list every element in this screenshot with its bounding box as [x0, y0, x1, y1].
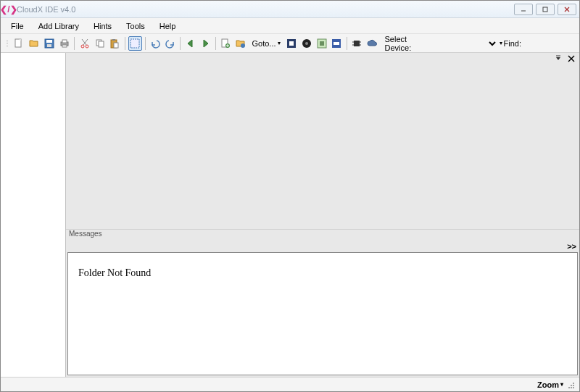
menubar: File Add Library Hints Tools Help: [1, 18, 579, 34]
svg-rect-20: [130, 39, 139, 48]
svg-point-29: [305, 42, 308, 45]
svg-rect-9: [62, 40, 67, 43]
toolbar-separator: [125, 37, 125, 50]
tab-close-icon[interactable]: [566, 54, 576, 64]
paste-button[interactable]: [108, 36, 122, 51]
device-blue1-button[interactable]: [285, 36, 299, 51]
toolbar-separator: [347, 37, 347, 50]
svg-point-13: [81, 45, 84, 48]
svg-rect-18: [112, 39, 115, 41]
editor-area[interactable]: [66, 64, 579, 229]
app-icon: ❮/❯: [4, 4, 14, 14]
content-area: Messages >> Folder Not Found: [66, 53, 579, 377]
chip-icon-button[interactable]: [350, 36, 364, 51]
project-sidebar[interactable]: [1, 53, 66, 377]
chevron-down-icon: ▾: [560, 381, 563, 388]
toolbar-separator: [215, 37, 216, 50]
toolbar-separator: [74, 37, 75, 50]
toolbar-grip-icon: ⋮: [4, 39, 11, 47]
undo-button[interactable]: [149, 36, 162, 51]
maximize-button[interactable]: [536, 4, 555, 15]
new-file-button[interactable]: [12, 36, 26, 51]
open-project-button[interactable]: [234, 36, 248, 51]
redo-button[interactable]: [163, 36, 177, 51]
zoom-button[interactable]: Zoom▾: [537, 380, 563, 389]
main-area: Messages >> Folder Not Found: [1, 53, 579, 377]
nav-forward-button[interactable]: [199, 36, 212, 51]
find-label: Find:: [504, 39, 521, 48]
svg-point-45: [568, 387, 570, 388]
nav-back-button[interactable]: [183, 36, 197, 51]
window-controls: [514, 4, 576, 15]
svg-rect-10: [62, 45, 67, 47]
svg-point-44: [573, 385, 574, 386]
toolbar: ⋮ Goto...▾ Select Device: ▾ Find:: [1, 34, 579, 53]
svg-rect-1: [543, 7, 547, 12]
copy-button[interactable]: [93, 36, 107, 51]
svg-point-46: [571, 385, 572, 386]
device-blue2-button[interactable]: [330, 36, 344, 51]
print-button[interactable]: [58, 36, 72, 51]
minimize-button[interactable]: [514, 4, 533, 15]
select-tool-button[interactable]: [128, 36, 142, 51]
cloud-icon-button[interactable]: [365, 36, 379, 51]
svg-rect-33: [334, 42, 339, 45]
menu-add-library[interactable]: Add Library: [31, 20, 86, 33]
window-title: CloudX IDE v4.0: [17, 5, 514, 14]
svg-point-43: [571, 387, 572, 388]
svg-point-42: [573, 387, 574, 388]
device-green-button[interactable]: [315, 36, 328, 51]
open-file-button[interactable]: [28, 36, 41, 51]
zoom-label: Zoom: [537, 380, 559, 389]
messages-text: Folder Not Found: [78, 267, 151, 278]
select-device-label: Select Device:: [385, 35, 433, 52]
chevron-down-icon: ▾: [278, 40, 281, 46]
menu-help[interactable]: Help: [152, 20, 183, 33]
menu-tools[interactable]: Tools: [119, 20, 152, 33]
close-button[interactable]: [558, 4, 576, 15]
tab-menu-icon[interactable]: [553, 54, 563, 64]
toolbar-separator: [180, 37, 181, 50]
messages-more-button[interactable]: >>: [567, 241, 576, 251]
resize-grip-icon[interactable]: [566, 380, 575, 389]
svg-rect-6: [46, 40, 52, 43]
find-input[interactable]: [526, 38, 576, 49]
goto-label: Goto...: [252, 39, 276, 48]
device-dark-button[interactable]: [299, 36, 313, 51]
messages-header: Messages: [66, 229, 579, 241]
statusbar: Zoom▾: [1, 377, 579, 391]
save-button[interactable]: [43, 36, 57, 51]
new-project-button[interactable]: [219, 36, 233, 51]
menu-hints[interactable]: Hints: [86, 20, 119, 33]
chevron-down-icon: ▾: [500, 40, 502, 46]
more-label: >>: [567, 242, 576, 251]
cut-button[interactable]: [78, 36, 91, 51]
svg-rect-19: [114, 43, 118, 48]
svg-rect-34: [354, 41, 360, 46]
goto-button[interactable]: Goto...▾: [249, 38, 283, 49]
svg-rect-31: [320, 41, 324, 46]
messages-tabstrip: >>: [66, 241, 579, 252]
svg-rect-16: [99, 41, 104, 47]
device-select[interactable]: [436, 37, 497, 50]
svg-point-14: [86, 45, 88, 48]
svg-rect-7: [47, 44, 51, 47]
messages-panel[interactable]: Folder Not Found: [67, 252, 578, 375]
svg-point-47: [573, 383, 574, 384]
svg-point-25: [241, 43, 245, 48]
editor-tabstrip: [66, 53, 579, 64]
menu-file[interactable]: File: [4, 20, 31, 33]
toolbar-separator: [145, 37, 146, 50]
svg-rect-27: [289, 41, 294, 46]
titlebar: ❮/❯ CloudX IDE v4.0: [1, 1, 579, 18]
